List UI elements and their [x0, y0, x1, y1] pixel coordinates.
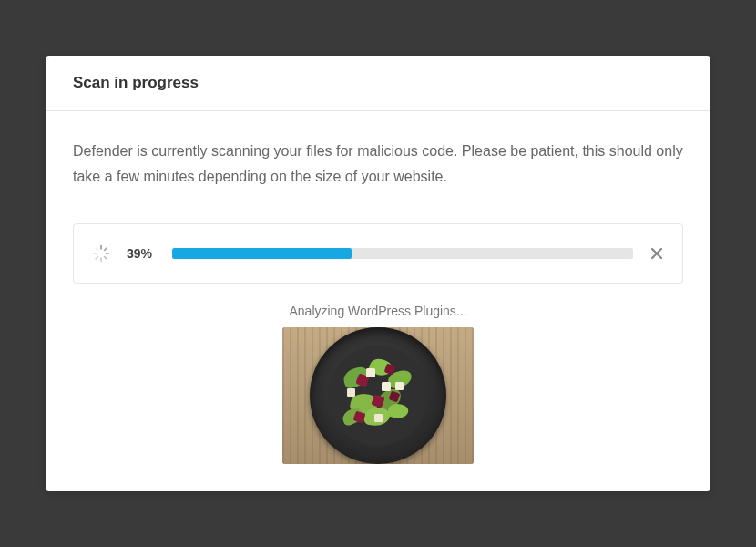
progress-bar	[172, 248, 633, 259]
scan-description: Defender is currently scanning your file…	[73, 139, 683, 188]
progress-percent: 39%	[127, 246, 156, 261]
scan-progress-card: Scan in progress Defender is currently s…	[46, 56, 710, 490]
svg-line-5	[96, 256, 97, 258]
spinner-icon	[92, 244, 110, 263]
salad-plate-image	[282, 327, 474, 464]
svg-line-3	[105, 256, 107, 258]
card-title: Scan in progress	[73, 74, 683, 92]
card-header: Scan in progress	[46, 56, 710, 111]
svg-line-1	[105, 248, 107, 250]
close-icon[interactable]	[649, 246, 664, 261]
svg-line-7	[96, 248, 97, 250]
progress-box: 39%	[73, 223, 683, 284]
decorative-image-wrap	[73, 327, 683, 464]
progress-fill	[172, 248, 352, 259]
card-body: Defender is currently scanning your file…	[46, 111, 710, 490]
progress-status: Analyzing WordPress Plugins...	[73, 304, 683, 318]
